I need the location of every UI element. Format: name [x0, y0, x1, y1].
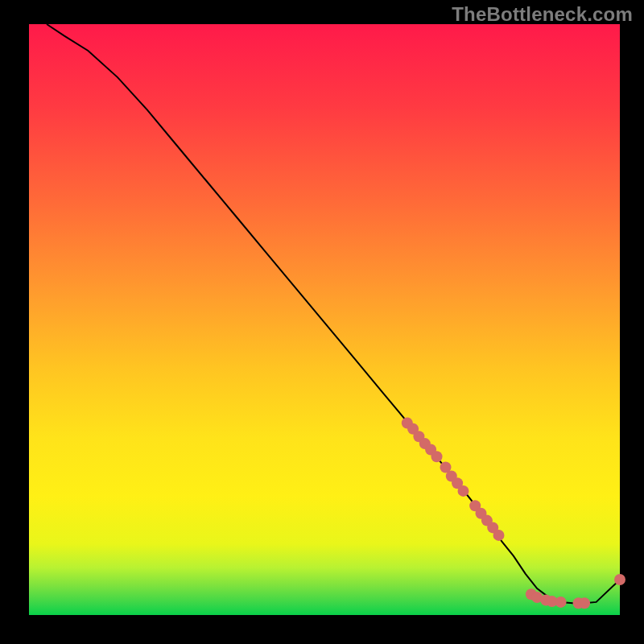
- bottleneck-chart: [0, 0, 644, 644]
- data-point: [493, 530, 505, 541]
- data-point: [614, 574, 625, 585]
- data-point: [431, 451, 443, 462]
- data-point: [579, 597, 590, 609]
- data-point: [555, 597, 567, 608]
- gradient-background: [29, 24, 620, 615]
- watermark-text: TheBottleneck.com: [452, 3, 633, 26]
- data-point: [458, 485, 469, 497]
- chart-stage: TheBottleneck.com: [0, 0, 644, 644]
